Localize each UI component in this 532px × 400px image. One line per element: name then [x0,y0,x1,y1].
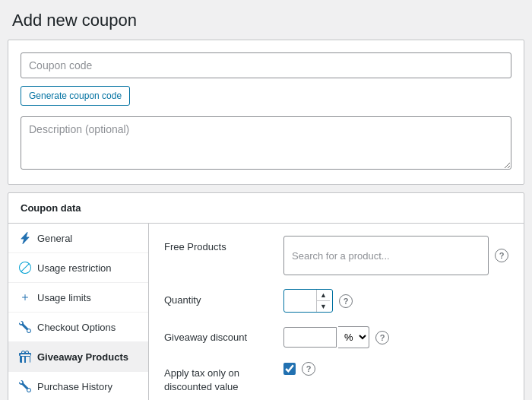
coupon-data-body: General Usage restriction [8,224,524,400]
sidebar-label-giveaway-products: Giveaway Products [37,351,128,363]
quantity-control: 1 ▲ ▼ ? [283,289,508,313]
coupon-data-header: Coupon data [8,193,524,224]
quantity-input-wrapper: 1 ▲ ▼ [283,289,333,313]
giveaway-amount-input[interactable]: 00.00 [283,327,337,348]
sidebar-item-checkout-options[interactable]: Checkout Options [8,313,148,342]
coupon-data-card: Coupon data General [8,192,524,400]
giveaway-discount-label: Giveaway discount [164,326,274,344]
history-icon [19,380,31,392]
free-products-search-input[interactable] [283,236,489,275]
sidebar-label-usage-restriction: Usage restriction [37,262,112,274]
main-content-area: Free Products ? Quantity 1 ▲ [149,224,524,400]
sidebar-label-purchase-history: Purchase History [37,381,112,392]
gift-icon [19,351,31,363]
sidebar-item-giveaway-products[interactable]: Giveaway Products [8,342,148,372]
sidebar-item-purchase-history[interactable]: Purchase History [8,372,148,400]
free-products-help-icon: ? [495,249,508,262]
apply-tax-row: Apply tax only on discounted value ? [164,362,508,394]
giveaway-type-select[interactable]: % $ [338,326,369,348]
quantity-row: Quantity 1 ▲ ▼ ? [164,289,508,313]
plus-icon [19,291,31,303]
quantity-spinners: ▲ ▼ [316,290,330,312]
bolt-icon [19,232,31,244]
sidebar-item-usage-limits[interactable]: Usage limits [8,283,148,313]
quantity-help-icon: ? [339,294,353,308]
sidebar-item-usage-restriction[interactable]: Usage restriction [8,253,148,283]
quantity-label: Quantity [164,289,274,307]
giveaway-discount-help-icon: ? [375,331,389,344]
apply-tax-label: Apply tax only on discounted value [164,362,274,394]
apply-tax-control: ? [283,362,508,376]
quantity-increment-button[interactable]: ▲ [317,290,330,300]
description-textarea[interactable] [21,116,511,170]
sidebar-label-usage-limits: Usage limits [37,292,91,303]
page-header: Add new coupon [0,0,532,40]
giveaway-discount-row: Giveaway discount 00.00 % $ ? [164,326,508,348]
page-wrapper: Add new coupon Generate coupon code Coup… [0,0,532,400]
quantity-input[interactable]: 1 [284,291,316,310]
giveaway-discount-control: 00.00 % $ ? [283,326,508,348]
giveaway-inputs-wrapper: 00.00 % $ [283,326,369,348]
coupon-code-input[interactable] [21,52,511,78]
wrench-icon [19,321,31,333]
apply-tax-help-icon: ? [302,362,315,376]
free-products-label: Free Products [164,236,274,254]
free-products-control: ? [283,236,508,275]
quantity-decrement-button[interactable]: ▼ [317,301,330,312]
free-products-row: Free Products ? [164,236,508,275]
sidebar-nav: General Usage restriction [8,224,149,400]
apply-tax-checkbox[interactable] [283,363,296,375]
sidebar-label-checkout-options: Checkout Options [37,322,116,333]
coupon-data-title: Coupon data [21,202,81,214]
ban-icon [19,262,31,274]
sidebar-label-general: General [37,233,72,244]
page-title: Add new coupon [12,11,520,30]
generate-coupon-button[interactable]: Generate coupon code [21,86,130,106]
coupon-code-card: Generate coupon code [8,40,524,185]
sidebar-item-general[interactable]: General [8,224,148,253]
